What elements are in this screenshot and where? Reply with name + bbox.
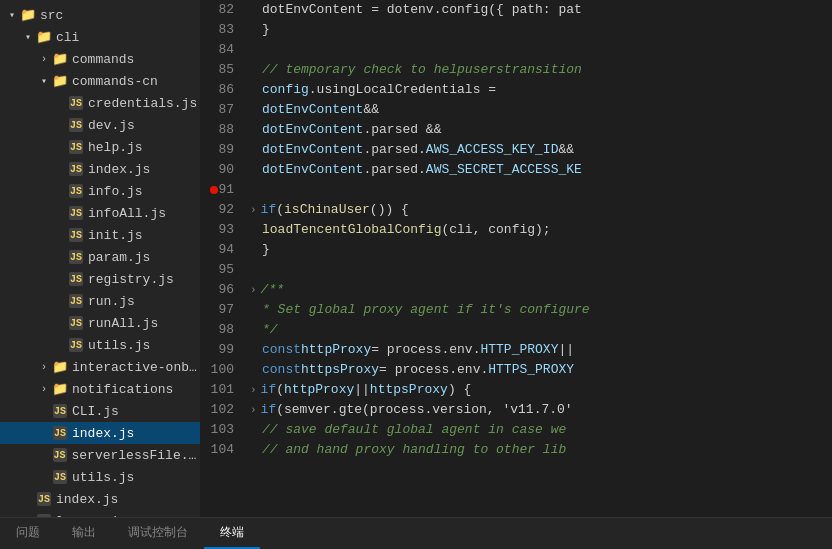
js-icon: JS: [52, 469, 68, 485]
code-segment: (: [276, 380, 284, 400]
chevron-icon: ▾: [36, 73, 52, 89]
code-line: }: [250, 240, 832, 260]
sidebar-label: CLI.js: [72, 404, 119, 419]
sidebar-item-interactive-onboarding[interactable]: ›📁interactive-onboarding: [0, 356, 200, 378]
line-num-text: 96: [218, 282, 234, 297]
line-number: 82: [208, 0, 234, 20]
sidebar-item-run[interactable]: JSrun.js: [0, 290, 200, 312]
sidebar-item-legacy[interactable]: JSlegacy.js: [0, 510, 200, 517]
sidebar-item-index-top[interactable]: JSindex.js: [0, 488, 200, 510]
sidebar-item-commands-cn[interactable]: ▾📁commands-cn: [0, 70, 200, 92]
sidebar-item-CLIjs[interactable]: JSCLI.js: [0, 400, 200, 422]
sidebar-label: runAll.js: [88, 316, 158, 331]
line-numbers: 8283848586878889909192939495969798991001…: [200, 0, 242, 517]
folder-icon: 📁: [20, 7, 36, 23]
sidebar-item-info[interactable]: JSinfo.js: [0, 180, 200, 202]
code-segment: httpProxy: [284, 380, 354, 400]
line-num-text: 89: [218, 142, 234, 157]
sidebar-item-index-cn[interactable]: JSindex.js: [0, 158, 200, 180]
code-line: const httpProxy = process.env.HTTP_PROXY…: [250, 340, 832, 360]
code-segment: = process.env.: [379, 360, 488, 380]
line-number: 85: [208, 60, 234, 80]
sidebar-item-runAll[interactable]: JSrunAll.js: [0, 312, 200, 334]
code-segment: users: [465, 60, 504, 80]
code-line: dotEnvContent.parsed &&: [250, 120, 832, 140]
line-number: 84: [208, 40, 234, 60]
line-num-text: 100: [211, 362, 234, 377]
chevron-icon: ▾: [20, 29, 36, 45]
code-line: [250, 180, 832, 200]
panel-tab-调试控制台[interactable]: 调试控制台: [112, 518, 204, 549]
code-segment: const: [262, 360, 301, 380]
code-segment: dotEnvContent: [262, 160, 363, 180]
line-number: 90: [208, 160, 234, 180]
sidebar-item-help[interactable]: JShelp.js: [0, 136, 200, 158]
panel-tab-终端[interactable]: 终端: [204, 518, 260, 549]
file-explorer[interactable]: ▾📁src▾📁cli›📁commands▾📁commands-cnJScrede…: [0, 0, 200, 517]
code-segment: // and hand proxy handling to other lib: [262, 440, 566, 460]
line-number: 83: [208, 20, 234, 40]
line-num-text: 84: [218, 42, 234, 57]
code-segment: dotEnvContent: [262, 140, 363, 160]
js-icon: JS: [68, 249, 84, 265]
code-segment: */: [262, 320, 278, 340]
js-icon: JS: [52, 447, 68, 463]
sidebar-item-serverlessFile[interactable]: JSserverlessFile.js: [0, 444, 200, 466]
code-segment: ) {: [448, 380, 471, 400]
sidebar-item-utils-main[interactable]: JSutils.js: [0, 466, 200, 488]
code-segment: &&: [363, 100, 379, 120]
line-num-text: 83: [218, 22, 234, 37]
line-number: 97: [208, 300, 234, 320]
code-segment: // temporary check to help: [262, 60, 465, 80]
sidebar-item-cli[interactable]: ▾📁cli: [0, 26, 200, 48]
sidebar-label: info.js: [88, 184, 143, 199]
arrow-indicator: ›: [250, 380, 257, 400]
code-segment: dotEnvContent: [262, 100, 363, 120]
code-segment: HTTPS_PROXY: [488, 360, 574, 380]
sidebar-label: commands: [72, 52, 134, 67]
sidebar-item-registry[interactable]: JSregistry.js: [0, 268, 200, 290]
code-content: dotEnvContent = dotenv.config({ path: pa…: [242, 0, 832, 517]
sidebar-item-param[interactable]: JSparam.js: [0, 246, 200, 268]
sidebar-item-infoAll[interactable]: JSinfoAll.js: [0, 202, 200, 224]
sidebar-item-dev[interactable]: JSdev.js: [0, 114, 200, 136]
line-num-text: 93: [218, 222, 234, 237]
sidebar-label: param.js: [88, 250, 150, 265]
folder-icon: 📁: [52, 51, 68, 67]
sidebar-label: dev.js: [88, 118, 135, 133]
code-segment: &&: [558, 140, 574, 160]
sidebar-item-utils-cn[interactable]: JSutils.js: [0, 334, 200, 356]
sidebar-item-index-main[interactable]: JSindex.js: [0, 422, 200, 444]
sidebar-item-init[interactable]: JSinit.js: [0, 224, 200, 246]
folder-icon: 📁: [52, 381, 68, 397]
line-num-text: 101: [211, 382, 234, 397]
code-segment: dotEnvContent: [262, 120, 363, 140]
sidebar-item-commands[interactable]: ›📁commands: [0, 48, 200, 70]
code-segment: httpProxy: [301, 340, 371, 360]
code-line: config.usingLocalCredentials =: [250, 80, 832, 100]
sidebar-label: init.js: [88, 228, 143, 243]
main-area: ▾📁src▾📁cli›📁commands▾📁commands-cnJScrede…: [0, 0, 832, 517]
line-number: 104: [208, 440, 234, 460]
sidebar-item-credentials[interactable]: JScredentials.js: [0, 92, 200, 114]
sidebar-label: cli: [56, 30, 79, 45]
code-segment: .parsed &&: [363, 120, 441, 140]
line-num-text: 104: [211, 442, 234, 457]
sidebar-item-notifications[interactable]: ›📁notifications: [0, 378, 200, 400]
code-segment: transition: [504, 60, 582, 80]
sidebar-item-src[interactable]: ▾📁src: [0, 4, 200, 26]
code-segment: /**: [261, 280, 284, 300]
arrow-indicator: ›: [250, 200, 257, 220]
sidebar-label: notifications: [72, 382, 173, 397]
code-segment: .parsed.: [363, 140, 425, 160]
panel-tab-输出[interactable]: 输出: [56, 518, 112, 549]
line-number: 95: [208, 260, 234, 280]
code-line: const httpsProxy = process.env.HTTPS_PRO…: [250, 360, 832, 380]
code-line: [250, 260, 832, 280]
line-num-text: 103: [211, 422, 234, 437]
line-num-text: 92: [218, 202, 234, 217]
js-icon: JS: [68, 205, 84, 221]
line-number: 103: [208, 420, 234, 440]
folder-icon: 📁: [52, 359, 68, 375]
panel-tab-问题[interactable]: 问题: [0, 518, 56, 549]
